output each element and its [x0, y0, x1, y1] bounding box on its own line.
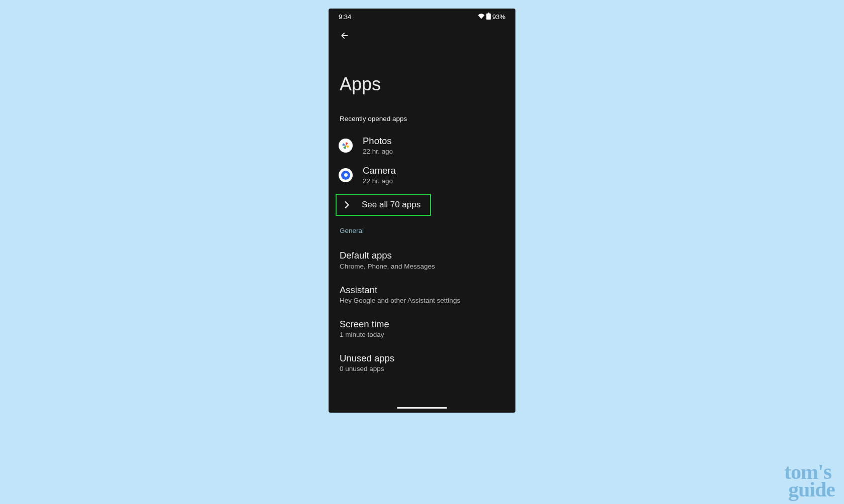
back-button[interactable]	[339, 30, 351, 42]
app-row-camera[interactable]: Camera 22 hr. ago	[329, 160, 515, 190]
photos-icon	[339, 139, 353, 153]
row-title: Default apps	[340, 249, 504, 261]
camera-icon	[339, 168, 353, 182]
app-sub: 22 hr. ago	[363, 177, 396, 185]
status-bar: 9:34 93%	[329, 9, 515, 25]
watermark-logo: toms guide	[784, 462, 835, 499]
status-time: 9:34	[339, 13, 351, 21]
chevron-right-icon	[342, 200, 352, 210]
battery-text: 93%	[492, 13, 505, 21]
wifi-icon	[478, 13, 485, 21]
see-all-label: See all 70 apps	[362, 200, 420, 210]
row-sub: 1 minute today	[340, 331, 504, 338]
row-title: Screen time	[340, 318, 504, 330]
row-sub: 0 unused apps	[340, 365, 504, 372]
svg-rect-1	[488, 13, 490, 14]
app-row-photos[interactable]: Photos 22 hr. ago	[329, 131, 515, 160]
app-sub: 22 hr. ago	[363, 148, 393, 155]
recent-header: Recently opened apps	[329, 115, 515, 131]
app-name: Camera	[363, 165, 396, 176]
gesture-bar[interactable]	[397, 407, 447, 409]
row-sub: Hey Google and other Assistant settings	[340, 297, 504, 304]
see-all-apps-button[interactable]: See all 70 apps	[336, 194, 431, 216]
page-title: Apps	[329, 42, 515, 115]
row-title: Unused apps	[340, 352, 504, 364]
screen-time-row[interactable]: Screen time 1 minute today	[329, 311, 515, 345]
default-apps-row[interactable]: Default apps Chrome, Phone, and Messages	[329, 242, 515, 277]
svg-rect-0	[486, 13, 491, 19]
phone-frame: 9:34 93% Apps Recently opened apps	[329, 9, 515, 413]
app-name: Photos	[363, 136, 393, 147]
battery-icon	[486, 13, 491, 21]
row-title: Assistant	[340, 284, 504, 296]
assistant-row[interactable]: Assistant Hey Google and other Assistant…	[329, 277, 515, 311]
row-sub: Chrome, Phone, and Messages	[340, 263, 504, 270]
status-right: 93%	[478, 13, 505, 21]
unused-apps-row[interactable]: Unused apps 0 unused apps	[329, 345, 515, 380]
general-header: General	[329, 216, 515, 242]
